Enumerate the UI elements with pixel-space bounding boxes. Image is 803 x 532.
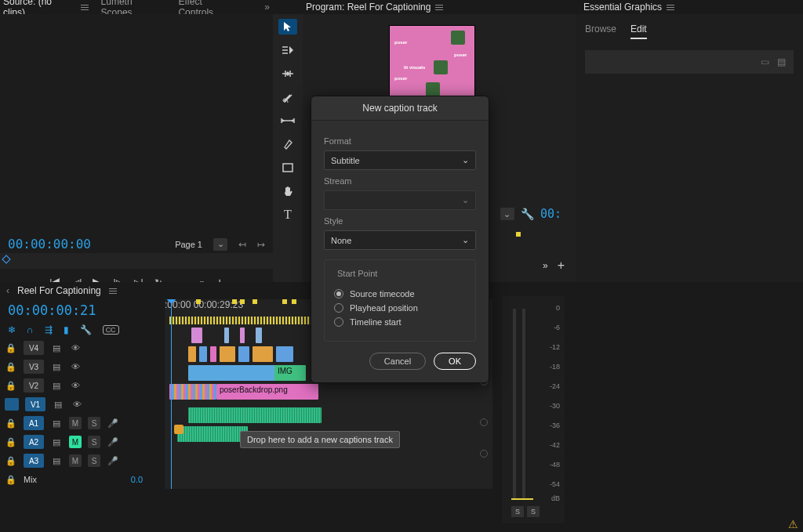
linked-selection-icon[interactable]: ⇶	[45, 324, 53, 335]
track-v1[interactable]: V1▤👁	[0, 395, 165, 414]
panel-menu-icon[interactable]	[667, 5, 674, 10]
hand-tool-icon[interactable]	[278, 183, 297, 199]
tab-essential-graphics[interactable]: Essential Graphics	[583, 2, 674, 13]
scroll-handle[interactable]	[480, 418, 488, 426]
mic-icon[interactable]: 🎤	[107, 418, 119, 429]
scroll-handle[interactable]	[480, 450, 488, 458]
razor-tool-icon[interactable]	[278, 89, 297, 105]
ripple-edit-tool-icon[interactable]	[278, 66, 297, 81]
page-label: Page 1	[175, 240, 202, 249]
source-ruler[interactable]	[0, 253, 273, 269]
track-v4[interactable]: 🔒V4▤👁	[0, 338, 165, 357]
track-a3[interactable]: 🔒A3▤MS🎤	[0, 451, 165, 470]
cc-icon[interactable]: CC	[103, 325, 119, 335]
lock-icon[interactable]: 🔒	[5, 475, 17, 485]
add-icon[interactable]: +	[558, 259, 565, 273]
track-select-tool-icon[interactable]	[278, 42, 297, 58]
lock-icon[interactable]: 🔒	[5, 437, 17, 447]
folder-icon[interactable]: ▭	[761, 56, 769, 67]
source-timecode[interactable]: 00:00:00:00	[8, 237, 91, 252]
solo-button[interactable]: S	[88, 454, 100, 467]
toggle-output-icon[interactable]: ▤	[50, 381, 63, 391]
mute-button[interactable]: M	[69, 417, 82, 429]
audio-meter: 0 -6 -12 -18 -24 -30 -36 -42 -48 -54 dB …	[502, 296, 565, 523]
fx-badge-icon	[174, 425, 183, 434]
track-mix[interactable]: 🔒Mix0.0	[0, 470, 165, 489]
radio-timeline-start[interactable]: Timeline start	[334, 317, 466, 327]
timeline-timecode[interactable]: 00:00:00:21	[8, 302, 96, 318]
cancel-button[interactable]: Cancel	[369, 353, 426, 370]
toggle-output-icon[interactable]: ▤	[50, 418, 63, 429]
mix-label: Mix	[24, 475, 37, 484]
svg-rect-2	[283, 164, 292, 172]
mute-button[interactable]: M	[69, 454, 82, 467]
track-v2[interactable]: 🔒V2▤👁	[0, 376, 165, 395]
program-dropdown[interactable]: ⌄	[500, 208, 514, 220]
eye-icon[interactable]: 👁	[69, 343, 82, 353]
step-back-icon[interactable]: ↤	[238, 239, 246, 250]
toggle-output-icon[interactable]: ▤	[50, 343, 63, 353]
lock-icon[interactable]: 🔒	[5, 418, 17, 429]
stream-select: ⌄	[324, 190, 476, 210]
ok-button[interactable]: OK	[434, 353, 476, 370]
eye-icon[interactable]: 👁	[71, 400, 83, 409]
solo-left[interactable]: S	[511, 506, 524, 517]
type-tool-icon[interactable]: T	[278, 207, 297, 223]
track-v3[interactable]: 🔒V3▤👁	[0, 357, 165, 376]
program-preview: poser poser lit visuals poser	[389, 25, 475, 97]
eye-icon[interactable]: 👁	[69, 381, 82, 390]
toggle-output-icon[interactable]: ▤	[50, 437, 63, 447]
solo-button[interactable]: S	[88, 417, 100, 429]
step-fwd-icon[interactable]: ↦	[257, 239, 265, 250]
source-patch-v1[interactable]	[5, 398, 19, 411]
tab-program[interactable]: Program: Reel For Captioning	[306, 2, 443, 13]
overflow-icon[interactable]: »	[543, 260, 548, 271]
panel-menu-icon[interactable]	[109, 288, 117, 294]
toggle-output-icon[interactable]: ▤	[50, 362, 63, 372]
lock-icon[interactable]: 🔒	[5, 343, 17, 353]
stream-label: Stream	[324, 176, 476, 186]
lock-icon[interactable]: 🔒	[5, 381, 17, 391]
style-select[interactable]: None ⌄	[324, 230, 476, 250]
magnet-icon[interactable]: ∩	[27, 324, 34, 335]
panel-menu-icon[interactable]	[81, 5, 89, 10]
eg-tab-edit[interactable]: Edit	[630, 24, 647, 39]
rectangle-tool-icon[interactable]	[278, 160, 297, 176]
radio-playhead-position[interactable]: Playhead position	[334, 303, 466, 313]
pen-tool-icon[interactable]	[278, 136, 297, 152]
new-caption-track-dialog: New caption track Format Subtitle ⌄ Stre…	[311, 96, 489, 383]
mic-icon[interactable]: 🎤	[107, 456, 119, 466]
lock-icon[interactable]: 🔒	[5, 362, 17, 372]
settings-icon[interactable]: 🔧	[80, 324, 92, 335]
format-select[interactable]: Subtitle ⌄	[324, 150, 476, 170]
markers-icon[interactable]: ▮	[64, 324, 69, 335]
lock-icon[interactable]: 🔒	[5, 456, 17, 466]
eye-icon[interactable]: 👁	[69, 362, 82, 371]
panel-menu-icon[interactable]	[435, 5, 443, 10]
eg-tab-browse[interactable]: Browse	[585, 24, 616, 39]
track-a1[interactable]: 🔒A1▤MS🎤	[0, 414, 165, 432]
mic-icon[interactable]: 🎤	[107, 437, 119, 447]
solo-button[interactable]: S	[88, 436, 100, 448]
chevron-down-icon: ⌄	[462, 155, 469, 165]
drop-tooltip: Drop here to add a new captions track	[240, 431, 400, 448]
wrench-icon[interactable]: 🔧	[521, 208, 534, 220]
chevron-left-icon[interactable]: ‹	[6, 285, 9, 296]
sequence-name[interactable]: Reel For Captioning	[17, 285, 101, 296]
layers-icon[interactable]: ▤	[777, 56, 786, 67]
toggle-output-icon[interactable]: ▤	[52, 400, 64, 410]
mute-button[interactable]: M	[69, 436, 82, 448]
page-dropdown[interactable]: ⌄	[213, 238, 227, 251]
style-label: Style	[324, 216, 476, 226]
snap-icon[interactable]: ❄	[8, 324, 16, 335]
track-a2[interactable]: 🔒A2▤MS🎤	[0, 432, 165, 451]
overflow-icon[interactable]: »	[264, 2, 270, 13]
toggle-output-icon[interactable]: ▤	[50, 456, 63, 466]
warning-icon[interactable]: ⚠	[788, 518, 798, 530]
mix-level[interactable]: 0.0	[131, 475, 143, 484]
program-timecode[interactable]: 00:	[540, 207, 561, 221]
slip-tool-icon[interactable]	[278, 113, 297, 128]
selection-tool-icon[interactable]	[278, 19, 297, 34]
radio-source-timecode[interactable]: Source timecode	[334, 289, 466, 299]
solo-right[interactable]: S	[527, 506, 540, 517]
